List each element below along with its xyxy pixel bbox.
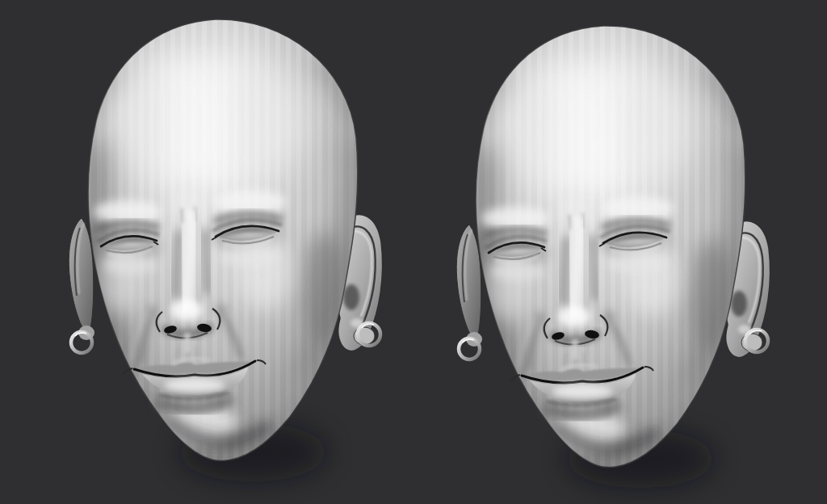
sculpted-head-left[interactable] [69,19,382,481]
viewport-canvas [0,0,827,504]
sculpt-viewport[interactable] [0,0,827,504]
sculpted-head-right[interactable] [456,26,770,488]
